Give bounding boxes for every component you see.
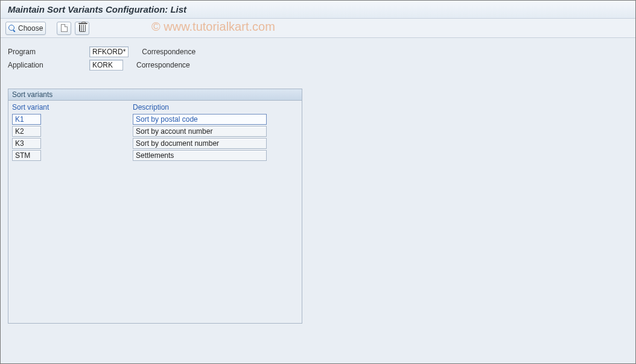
application-desc: Correspondence (136, 61, 190, 69)
description-cell[interactable]: Sort by account number (133, 126, 267, 137)
choose-label: Choose (18, 24, 43, 33)
column-headers: Sort variant Description (12, 102, 298, 114)
application-label: Application (8, 61, 89, 69)
application-field[interactable]: KORK (89, 60, 123, 71)
table-row[interactable]: K3 Sort by document number (12, 138, 298, 149)
page-title: Maintain Sort Variants Configuration: Li… (8, 4, 628, 14)
program-field[interactable]: RFKORD* (89, 46, 129, 57)
magnifier-icon (8, 25, 16, 32)
table-row[interactable]: K1 Sort by postal code (12, 114, 298, 125)
table-row[interactable]: K2 Sort by account number (12, 126, 298, 137)
description-cell[interactable]: Sort by postal code (133, 114, 267, 125)
variant-cell[interactable]: K1 (12, 114, 41, 125)
new-button[interactable] (57, 22, 71, 35)
variant-cell[interactable]: STM (12, 150, 41, 161)
program-row: Program RFKORD* Correspondence (8, 46, 628, 57)
panel-body: Sort variant Description K1 Sort by post… (8, 101, 302, 166)
delete-button[interactable] (75, 22, 89, 35)
variant-cell[interactable]: K3 (12, 138, 41, 149)
col-header-description: Description (133, 103, 169, 111)
document-icon (61, 24, 68, 32)
choose-button[interactable]: Choose (5, 22, 46, 35)
description-cell[interactable]: Sort by document number (133, 138, 267, 149)
main-area: Program RFKORD* Correspondence Applicati… (1, 38, 635, 332)
program-label: Program (8, 48, 89, 56)
trash-icon (79, 25, 86, 32)
toolbar: Choose (1, 19, 635, 38)
panel-title: Sort variants (8, 89, 302, 101)
table-row[interactable]: STM Settlements (12, 150, 298, 161)
application-row: Application KORK Correspondence (8, 60, 628, 71)
col-header-variant: Sort variant (12, 103, 133, 111)
program-desc: Correspondence (142, 48, 196, 56)
variant-cell[interactable]: K2 (12, 126, 41, 137)
title-bar: Maintain Sort Variants Configuration: Li… (1, 1, 635, 19)
sort-variants-panel: Sort variants Sort variant Description K… (8, 89, 302, 324)
description-cell[interactable]: Settlements (133, 150, 267, 161)
